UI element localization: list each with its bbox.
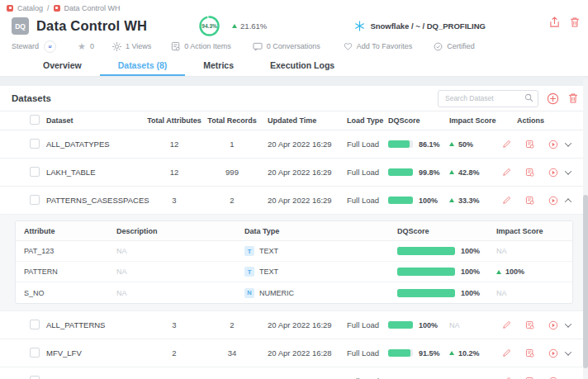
- row-checkbox[interactable]: [30, 195, 40, 205]
- row-checkbox[interactable]: [30, 139, 40, 149]
- add-to-favorites[interactable]: Add To Favorites: [344, 42, 412, 50]
- panel-title: Datasets: [12, 93, 51, 103]
- edit-icon[interactable]: [502, 195, 511, 206]
- load-type-value: Full Load: [337, 348, 388, 358]
- row-actions: [499, 195, 558, 206]
- row-checkbox[interactable]: [30, 167, 40, 177]
- sub-dqscore-value: 100%: [461, 289, 480, 297]
- delete-entity-icon[interactable]: [570, 17, 580, 28]
- score-delta: 21.61%: [232, 21, 267, 31]
- sub-impact-cell: NA: [496, 247, 557, 255]
- row-checkbox[interactable]: [30, 376, 40, 379]
- dqscore-bar: [388, 197, 413, 204]
- report-icon[interactable]: [525, 195, 534, 206]
- impact-value: 10.2%: [458, 349, 480, 358]
- tab-metrics[interactable]: Metrics: [185, 55, 252, 76]
- col-dataset: Dataset: [46, 116, 145, 125]
- run-icon[interactable]: [548, 348, 558, 359]
- dqscore-value: 100%: [419, 197, 438, 205]
- sub-dqscore-bar: [397, 289, 455, 297]
- table-row: ALL_PATTERNS 3 2 20 Apr 2022 16:29 Full …: [0, 311, 588, 339]
- attribute-name: PATTERN: [24, 268, 116, 276]
- attribute-name: S_NO: [24, 289, 116, 297]
- attribute-description: NA: [116, 289, 244, 297]
- page-title: Data Control WH: [36, 18, 147, 34]
- expand-chevron-icon[interactable]: [565, 348, 571, 355]
- table-body: ALL_DATATYPES 12 1 20 Apr 2022 16:29 Ful…: [0, 130, 588, 379]
- edit-icon[interactable]: [502, 376, 511, 379]
- data-type-value: TEXT: [259, 268, 278, 276]
- tab-execution-logs[interactable]: Execution Logs: [252, 55, 353, 76]
- col-sub-impact: Impact Score: [496, 227, 557, 235]
- run-icon[interactable]: [548, 139, 558, 150]
- views-count: 1 Views: [112, 42, 151, 51]
- table-row: EMPLOYEES 4 0 20 Apr 2022 16:27 Full Loa…: [0, 367, 588, 379]
- star-icon[interactable]: ★: [78, 42, 86, 51]
- star-rating[interactable]: ★ 0: [78, 42, 94, 51]
- dqscore-bar: [388, 349, 413, 357]
- total-attributes-value: 3: [145, 320, 203, 329]
- sub-dqscore-bar: [397, 247, 455, 255]
- data-type-icon: T: [244, 267, 254, 277]
- breadcrumb-current: Data Control WH: [64, 4, 121, 12]
- breadcrumb: Catalog / Data Control WH: [0, 0, 588, 13]
- edit-icon[interactable]: [502, 320, 511, 330]
- conversations[interactable]: 0 Conversations: [253, 42, 320, 51]
- impact-cell: 33.3%: [449, 197, 499, 205]
- report-icon[interactable]: [525, 376, 534, 379]
- add-dataset-icon[interactable]: [547, 92, 559, 105]
- section-divider: [0, 77, 588, 86]
- dataset-name: MFV_LFV: [46, 348, 145, 358]
- dqscore-cell: 91.5%: [388, 349, 449, 358]
- dqscore-ring: 94.3%: [198, 15, 220, 37]
- edit-icon[interactable]: [502, 348, 511, 358]
- search-icon: [524, 93, 533, 102]
- impact-cell: 42.8%: [449, 168, 499, 177]
- search-input[interactable]: [438, 90, 538, 107]
- dataset-search: [438, 89, 538, 107]
- sub-impact-value: NA: [496, 247, 507, 255]
- sub-dqscore-value: 100%: [461, 247, 480, 255]
- expand-chevron-icon[interactable]: [565, 320, 571, 327]
- expand-chevron-icon[interactable]: [565, 168, 571, 174]
- share-icon[interactable]: [549, 17, 560, 28]
- dqscore-bar: [388, 140, 413, 148]
- run-icon[interactable]: [548, 320, 558, 331]
- data-type-value: NUMERIC: [259, 289, 294, 297]
- report-icon[interactable]: [525, 348, 534, 358]
- report-icon[interactable]: [525, 139, 534, 149]
- certified-badge[interactable]: Certified: [434, 42, 475, 51]
- delete-dataset-icon[interactable]: [568, 92, 578, 104]
- breadcrumb-catalog[interactable]: Catalog: [17, 4, 43, 12]
- sub-dqscore-cell: 100%: [397, 247, 496, 255]
- tab-datasets-8[interactable]: Datasets (8): [100, 55, 186, 76]
- total-records-value: 2: [203, 320, 261, 329]
- data-type-cell: N NUMERIC: [244, 288, 397, 298]
- scrollbar-track[interactable]: [583, 79, 588, 379]
- table-row: MFV_LFV 2 34 20 Apr 2022 16:28 Full Load…: [0, 339, 588, 367]
- run-icon[interactable]: [548, 376, 558, 379]
- select-all-checkbox[interactable]: [30, 115, 40, 125]
- expand-chevron-icon[interactable]: [565, 198, 571, 205]
- dqscore-bar: [388, 321, 413, 329]
- tab-overview[interactable]: Overview: [25, 55, 100, 76]
- edit-icon[interactable]: [502, 139, 511, 149]
- load-type-value: Full Load: [337, 320, 388, 329]
- run-icon[interactable]: [548, 195, 558, 206]
- expand-chevron-icon[interactable]: [565, 140, 571, 146]
- dataset-name: LAKH_TABLE: [46, 168, 145, 177]
- report-icon[interactable]: [525, 167, 534, 178]
- table-header: Dataset Total Attributes Total Records U…: [0, 111, 588, 130]
- table-row: ALL_DATATYPES 12 1 20 Apr 2022 16:29 Ful…: [0, 130, 588, 159]
- action-items[interactable]: 0 Action Items: [171, 41, 231, 51]
- run-icon[interactable]: [548, 167, 558, 178]
- col-data-type: Data Type: [244, 227, 397, 235]
- scrollbar-thumb[interactable]: [583, 195, 588, 368]
- row-checkbox[interactable]: [30, 348, 40, 358]
- row-checkbox[interactable]: [30, 320, 40, 329]
- report-icon[interactable]: [525, 320, 534, 330]
- action-items-icon: [171, 41, 180, 51]
- edit-icon[interactable]: [502, 167, 511, 178]
- steward-avatar[interactable]: u: [44, 40, 56, 53]
- impact-up-arrow-icon: [449, 142, 454, 146]
